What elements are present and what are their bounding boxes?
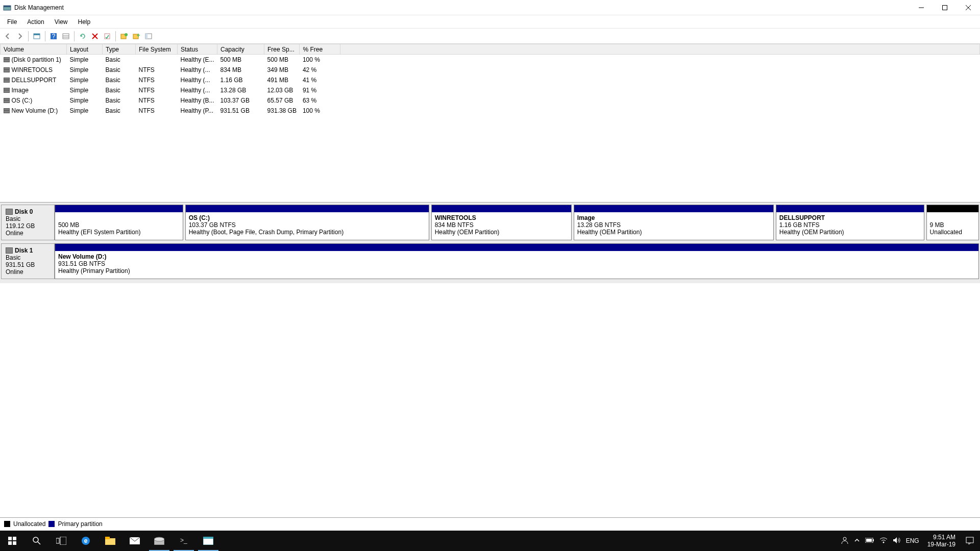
forward-icon[interactable] — [14, 31, 26, 42]
attach-vhd-icon[interactable] — [131, 31, 142, 42]
partition-box[interactable]: OS (C:) 103.37 GB NTFS Healthy (Boot, Pa… — [185, 205, 429, 240]
partition-box[interactable]: 9 MB Unallocated — [926, 205, 979, 240]
col-pctfree[interactable]: % Free — [300, 44, 340, 55]
show-hide-console-tree-icon[interactable] — [31, 31, 42, 42]
table-row[interactable]: (Disk 0 partition 1) Simple Basic Health… — [1, 55, 980, 65]
language-indicator[interactable]: ENG — [906, 537, 919, 544]
svg-rect-45 — [966, 537, 973, 543]
partition-size: 9 MB — [930, 221, 975, 229]
partition-box[interactable]: 500 MB Healthy (EFI System Partition) — [55, 205, 183, 240]
start-button[interactable] — [0, 531, 24, 551]
partition-box[interactable]: Image 13.28 GB NTFS Healthy (OEM Partiti… — [574, 205, 774, 240]
column-header-row[interactable]: Volume Layout Type File System Status Ca… — [1, 44, 980, 55]
minimize-button[interactable] — [910, 0, 933, 15]
col-type[interactable]: Type — [103, 44, 136, 55]
help-icon[interactable]: ? — [48, 31, 59, 42]
volume-icon — [4, 108, 10, 113]
partition-name: OS (C:) — [189, 214, 426, 221]
partition-box[interactable]: DELLSUPPORT 1.16 GB NTFS Healthy (OEM Pa… — [776, 205, 924, 240]
vol-capacity: 103.37 GB — [217, 95, 264, 106]
partition-strip: New Volume (D:) 931.51 GB NTFS Healthy (… — [55, 243, 979, 279]
partition-header — [927, 205, 978, 212]
close-button[interactable] — [957, 0, 980, 15]
vol-name: Image — [12, 87, 29, 94]
volume-list[interactable]: Volume Layout Type File System Status Ca… — [0, 44, 980, 202]
taskbar-edge[interactable]: e — [74, 531, 98, 551]
col-filesystem[interactable]: File System — [136, 44, 178, 55]
taskbar[interactable]: e >_ ENG 9:51 AM 19-Mar-19 — [0, 531, 980, 551]
volume-icon[interactable] — [893, 537, 901, 545]
col-capacity[interactable]: Capacity — [217, 44, 264, 55]
partition-header — [432, 205, 571, 212]
col-layout[interactable]: Layout — [67, 44, 103, 55]
menu-action[interactable]: Action — [22, 16, 49, 28]
table-row[interactable]: WINRETOOLS Simple Basic NTFS Healthy (..… — [1, 65, 980, 75]
vol-capacity: 1.16 GB — [217, 75, 264, 85]
taskbar-mail[interactable] — [122, 531, 147, 551]
partition-box[interactable]: New Volume (D:) 931.51 GB NTFS Healthy (… — [55, 243, 979, 279]
taskbar-cmd[interactable]: >_ — [172, 531, 196, 551]
col-free[interactable]: Free Sp... — [264, 44, 300, 55]
task-view-icon[interactable] — [49, 531, 74, 551]
disk-info[interactable]: Disk 0 Basic 119.12 GB Online — [1, 205, 55, 240]
col-status[interactable]: Status — [178, 44, 217, 55]
disk-type: Basic — [6, 254, 52, 261]
vol-status: Healthy (... — [178, 65, 217, 75]
create-vhd-icon[interactable] — [118, 31, 130, 42]
menu-help[interactable]: Help — [73, 16, 96, 28]
table-row[interactable]: Image Simple Basic NTFS Healthy (... 13.… — [1, 85, 980, 95]
partition-name: WINRETOOLS — [435, 214, 568, 221]
svg-rect-23 — [8, 541, 12, 545]
partition-status: Healthy (Primary Partition) — [58, 267, 975, 274]
vol-capacity: 13.28 GB — [217, 85, 264, 95]
partition-box[interactable]: WINRETOOLS 834 MB NTFS Healthy (OEM Part… — [431, 205, 572, 240]
vol-layout: Simple — [67, 55, 103, 65]
toolbar-sep — [74, 31, 75, 41]
table-row[interactable]: DELLSUPPORT Simple Basic NTFS Healthy (.… — [1, 75, 980, 85]
delete-icon[interactable] — [89, 31, 101, 42]
tray-chevron-up-icon[interactable] — [854, 537, 860, 545]
table-row[interactable]: OS (C:) Simple Basic NTFS Healthy (B... … — [1, 95, 980, 106]
more-actions-icon[interactable] — [143, 31, 154, 42]
svg-rect-27 — [56, 538, 59, 543]
action-center-icon[interactable] — [960, 531, 980, 551]
vol-name: DELLSUPPORT — [12, 77, 57, 84]
toolbar-sep — [115, 31, 116, 41]
vol-layout: Simple — [67, 75, 103, 85]
system-tray[interactable]: ENG — [841, 536, 923, 546]
disk-graphical-view: Disk 0 Basic 119.12 GB Online 500 MB Hea… — [0, 202, 980, 283]
svg-rect-43 — [866, 539, 872, 542]
app-icon — [3, 4, 11, 12]
wifi-icon[interactable] — [879, 537, 888, 545]
vol-capacity: 834 MB — [217, 65, 264, 75]
vol-free: 931.38 GB — [264, 106, 300, 116]
vol-type: Basic — [103, 106, 136, 116]
battery-icon[interactable] — [865, 537, 874, 544]
partition-status: Healthy (OEM Partition) — [435, 229, 568, 236]
col-volume[interactable]: Volume — [1, 44, 67, 55]
taskbar-file-explorer[interactable] — [98, 531, 122, 551]
menu-file[interactable]: File — [2, 16, 22, 28]
people-icon[interactable] — [841, 536, 849, 546]
svg-point-25 — [33, 537, 38, 542]
refresh-icon[interactable] — [77, 31, 88, 42]
taskbar-app[interactable] — [196, 531, 220, 551]
legend-swatch-primary — [48, 521, 55, 527]
maximize-button[interactable] — [933, 0, 957, 15]
svg-rect-22 — [13, 537, 16, 540]
partition-status: Healthy (OEM Partition) — [779, 229, 921, 236]
taskbar-disk-management[interactable] — [147, 531, 172, 551]
settings-icon[interactable] — [60, 31, 71, 42]
svg-rect-39 — [203, 537, 213, 539]
svg-rect-20 — [145, 34, 148, 39]
disk-info[interactable]: Disk 1 Basic 931.51 GB Online — [1, 243, 55, 279]
properties-icon[interactable] — [102, 31, 113, 42]
partition-name: DELLSUPPORT — [779, 214, 921, 221]
search-icon[interactable] — [24, 531, 49, 551]
vol-free: 65.57 GB — [264, 95, 300, 106]
clock[interactable]: 9:51 AM 19-Mar-19 — [923, 534, 960, 548]
table-row[interactable]: New Volume (D:) Simple Basic NTFS Health… — [1, 106, 980, 116]
back-icon[interactable] — [2, 31, 13, 42]
menu-view[interactable]: View — [50, 16, 73, 28]
vol-status: Healthy (B... — [178, 95, 217, 106]
